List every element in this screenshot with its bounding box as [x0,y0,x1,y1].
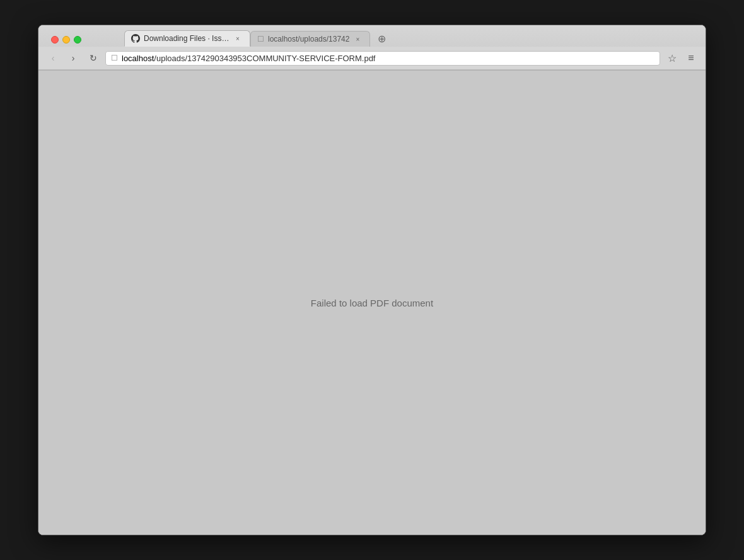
minimize-window-button[interactable] [62,36,70,44]
address-page-icon: ☐ [111,54,118,62]
tab2-label: localhost/uploads/13742 [268,35,349,44]
tab-localhost-uploads[interactable]: ☐ localhost/uploads/13742 × [250,31,370,47]
address-path: /uploads/1374290343953COMMUNITY-SERVICE-… [154,54,375,63]
back-icon: ‹ [52,53,55,63]
pdf-error-message: Failed to load PDF document [311,298,433,308]
address-bar[interactable]: ☐ localhost/uploads/1374290343953COMMUNI… [105,51,660,66]
bookmark-button[interactable]: ☆ [664,50,680,66]
back-button[interactable]: ‹ [45,50,61,66]
page-icon: ☐ [257,35,264,44]
address-text: localhost/uploads/1374290343953COMMUNITY… [122,54,375,63]
address-host: localhost [122,54,154,63]
reload-button[interactable]: ↻ [85,50,102,66]
browser-window: Downloading Files · Issue × ☐ localhost/… [38,25,706,535]
new-tab-button[interactable]: ⊕ [373,30,390,47]
maximize-window-button[interactable] [74,36,81,44]
menu-button[interactable]: ≡ [683,50,699,66]
menu-icon: ≡ [688,52,694,64]
reload-icon: ↻ [90,53,97,63]
title-bar: Downloading Files · Issue × ☐ localhost/… [38,25,706,71]
close-window-button[interactable] [51,36,59,44]
forward-icon: › [72,53,75,63]
tab2-close-button[interactable]: × [353,35,362,44]
github-icon [131,34,140,43]
forward-button[interactable]: › [65,50,81,66]
toolbar-right: ☆ ≡ [664,50,699,66]
traffic-lights [45,31,88,46]
content-area: Failed to load PDF document [38,71,706,535]
tab-downloading-files[interactable]: Downloading Files · Issue × [124,30,250,47]
new-tab-icon: ⊕ [378,33,386,45]
star-icon: ☆ [668,52,677,64]
tab1-close-button[interactable]: × [233,34,242,43]
tabs-area: Downloading Files · Issue × ☐ localhost/… [119,30,395,47]
address-bar-row: ‹ › ↻ ☐ localhost/uploads/1374290343953C… [38,47,706,70]
tab1-label: Downloading Files · Issue [144,34,230,43]
